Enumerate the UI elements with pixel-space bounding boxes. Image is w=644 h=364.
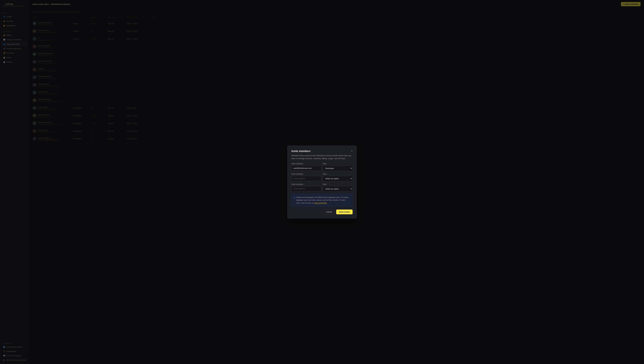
email-field-group-1: Invite members [291,163,321,171]
role-select-3[interactable]: Select an option Admin Developer [323,186,353,192]
email-label-2: Invite members [291,173,321,175]
invite-row-3: Invite members Role Select an option Adm… [291,183,353,192]
modal-description: Members have access to the ClickHouse Cl… [291,154,353,160]
modal-close-button[interactable]: × [351,150,353,152]
role-field-group-1: Role Admin Developer Select an option [323,163,353,171]
invite-row-1: Invite members Role Admin Developer Sele… [291,163,353,171]
modal-overlay[interactable]: Invite members × Members have access to … [0,0,644,364]
role-label-2: Role [323,173,353,175]
email-input-1[interactable] [291,166,321,171]
email-input-3[interactable] [291,186,321,191]
invite-members-modal: Invite members × Members have access to … [287,146,357,218]
email-input-2[interactable] [291,176,321,181]
role-label-3: Role [323,183,353,185]
role-field-group-3: Role Select an option Admin Developer [323,183,353,192]
info-icon: ℹ [294,196,295,198]
email-label-3: Invite members [291,183,321,185]
modal-footer: Cancel Send invites [291,210,353,214]
email-field-group-3: Invite members [291,183,321,192]
invite-row-2: Invite members Role Select an option Adm… [291,173,353,181]
role-select-1[interactable]: Admin Developer Select an option [323,166,353,171]
role-select-2[interactable]: Select an option Admin Developer [323,176,353,181]
users-and-roles-link[interactable]: Users and Roles [314,202,327,204]
email-label-1: Invite members [291,163,321,165]
modal-title: Invite members [291,150,311,153]
role-field-group-2: Role Select an option Admin Developer [323,173,353,181]
email-field-group-2: Invite members [291,173,321,181]
modal-header: Invite members × [291,150,353,153]
info-text: Admins and developers are different than… [296,196,350,204]
info-box: ℹ Admins and developers are different th… [291,194,353,207]
role-label-1: Role [323,163,353,165]
cancel-button[interactable]: Cancel [323,210,335,214]
send-invites-button[interactable]: Send invites [336,210,353,214]
